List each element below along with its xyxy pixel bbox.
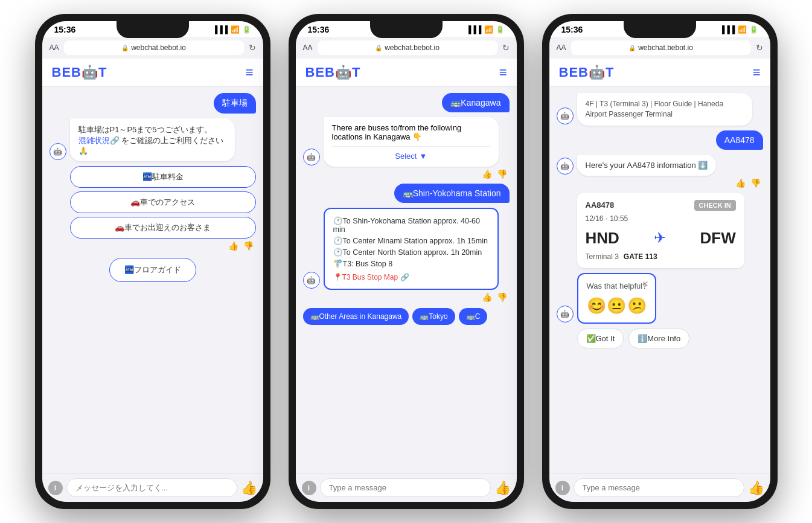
select-label: Select: [395, 152, 417, 161]
status-time-1: 15:36: [54, 25, 76, 34]
lock-icon-2: 🔒: [375, 45, 382, 51]
bot-avatar-3a: 🤖: [557, 107, 574, 124]
emoji-sad[interactable]: 😕: [627, 297, 647, 315]
wifi-icon: 📶: [231, 25, 240, 34]
browser-url-1: webchat.bebot.io: [131, 43, 186, 52]
chat-area-3: 🤖 4F | T3 (Terminal 3) | Floor Guide | H…: [549, 87, 770, 473]
flight-card: AA8478 CHECK IN 12/16 - 10:55 HND ✈ DFW …: [577, 193, 744, 268]
feedback-card-title: Was that helpful?: [587, 281, 647, 290]
reload-icon-3[interactable]: ↻: [756, 43, 763, 53]
user-shinyokohama-row: 🚌Shin-Yokohama Station: [303, 184, 510, 203]
app-header-1: BEB🤖T ≡: [42, 59, 263, 87]
thumbs-up-feedback[interactable]: 👍: [228, 241, 238, 251]
bot-avatar-2b: 🤖: [303, 272, 320, 289]
thumbs-up-2[interactable]: 👍: [482, 169, 492, 179]
h-btn-kanagawa[interactable]: 🚌Other Areas in Kanagawa: [303, 308, 409, 325]
thumbs-up-3[interactable]: 👍: [735, 178, 746, 188]
bus-info-line-1: 🕐To Shin-Yokohama Station approx. 40-60 …: [333, 216, 490, 234]
thumbs-up-btn-2[interactable]: 👍: [494, 480, 511, 496]
thumbs-down-3[interactable]: 👎: [750, 178, 761, 188]
flight-card-wrapper: AA8478 CHECK IN 12/16 - 10:55 HND ✈ DFW …: [577, 193, 763, 268]
status-bar-1: 15:36 ▐▐▐ 📶 🔋: [42, 21, 263, 37]
floor-guide-btn[interactable]: 🏧フロアガイド: [109, 258, 196, 282]
qr-car-pickup[interactable]: 🚗車でお出迎えのお客さま: [70, 217, 256, 239]
feedback-card: ✕ Was that helpful? 😊 😐 😕: [577, 273, 657, 324]
user-aa8478-bubble: AA8478: [716, 130, 763, 150]
bot-select-bubble: There are buses to/from the following lo…: [324, 117, 499, 167]
signal-icon-2: ▐▐▐: [466, 25, 482, 34]
bot-flight-text: Here's your AA8478 information ⬇️: [586, 161, 708, 170]
qr-car-access[interactable]: 🚗車でのアクセス: [70, 191, 256, 213]
map-link[interactable]: 📍T3 Bus Stop Map 🔗: [333, 273, 490, 281]
info-btn-1[interactable]: i: [48, 481, 63, 495]
browser-url-container-2[interactable]: 🔒 webchat.bebot.io: [318, 40, 497, 55]
text-input-2[interactable]: [320, 478, 491, 497]
input-bar-3: i 👍: [549, 473, 770, 502]
feedback-row-1: 👍 👎: [50, 241, 256, 251]
hamburger-menu-1[interactable]: ≡: [246, 65, 254, 80]
battery-icon: 🔋: [242, 25, 251, 34]
status-icons-3: ▐▐▐ 📶 🔋: [720, 25, 758, 34]
text-input-1[interactable]: [66, 478, 237, 497]
close-feedback-btn[interactable]: ✕: [642, 279, 649, 289]
emoji-neutral[interactable]: 😐: [607, 297, 626, 315]
origin-code: HND: [586, 229, 619, 248]
thumbs-down-2b[interactable]: 👎: [497, 292, 507, 302]
more-info-btn[interactable]: ℹ️More Info: [628, 329, 689, 348]
hamburger-menu-3[interactable]: ≡: [753, 65, 761, 80]
flight-footer: Terminal 3 GATE 113: [586, 252, 736, 261]
terminal-label: Terminal 3: [586, 252, 619, 261]
app-header-2: BEB🤖T ≡: [296, 59, 517, 87]
thumbs-up-2b[interactable]: 👍: [482, 292, 492, 302]
info-btn-2[interactable]: i: [302, 481, 316, 495]
bot-avatar-3c: 🤖: [557, 306, 574, 322]
wifi-icon-3: 📶: [738, 25, 747, 34]
app-header-3: BEB🤖T ≡: [549, 59, 770, 87]
bebot-logo-2: BEB🤖T: [305, 65, 361, 80]
thumbs-up-btn-1[interactable]: 👍: [241, 480, 257, 496]
h-btn-tokyo[interactable]: 🚌Tokyo: [412, 308, 455, 325]
lock-icon-1: 🔒: [121, 45, 129, 51]
status-icons-1: ▐▐▐ 📶 🔋: [213, 25, 251, 34]
info-btn-3[interactable]: i: [555, 481, 570, 495]
quick-replies-1: 🏧駐車料金 🚗車でのアクセス 🚗車でお出迎えのお客さま: [70, 166, 256, 239]
browser-bar-3: AA 🔒 webchat.bebot.io ↻: [549, 37, 770, 59]
status-icons-2: ▐▐▐ 📶 🔋: [466, 25, 505, 34]
browser-bar-2: AA 🔒 webchat.bebot.io ↻: [296, 37, 517, 59]
browser-aa-2: AA: [303, 43, 313, 52]
reload-icon-2[interactable]: ↻: [502, 43, 510, 53]
thumbs-up-btn-3[interactable]: 👍: [748, 480, 764, 496]
checkin-badge[interactable]: CHECK IN: [694, 200, 736, 211]
thumbs-down-2[interactable]: 👎: [497, 169, 507, 179]
battery-icon-2: 🔋: [496, 25, 505, 34]
bus-info-line-3: 🕐To Center North Station approx. 1h 20mi…: [333, 248, 490, 257]
hamburger-menu-2[interactable]: ≡: [499, 65, 507, 80]
status-bar-2: 15:36 ▐▐▐ 📶 🔋: [296, 21, 517, 37]
action-buttons-3: ✅Got It ℹ️More Info: [577, 329, 763, 348]
feedback-card-row: 🤖 ✕ Was that helpful? 😊 😐 😕: [557, 273, 763, 324]
phone-2: 15:36 ▐▐▐ 📶 🔋 AA 🔒 webchat.bebot.io ↻ BE…: [289, 14, 524, 509]
phone-1: 15:36 ▐▐▐ 📶 🔋 AA 🔒 webchat.bebot.io ↻ BE…: [35, 14, 270, 509]
select-dropdown[interactable]: Select ▼: [332, 146, 491, 161]
bot-flightinfo-bubble: Here's your AA8478 information ⬇️: [577, 155, 717, 176]
thumbs-down-feedback[interactable]: 👎: [243, 241, 254, 251]
lock-icon-3: 🔒: [628, 45, 636, 51]
got-it-btn[interactable]: ✅Got It: [577, 329, 624, 348]
signal-icon: ▐▐▐: [213, 25, 228, 34]
h-btn-c[interactable]: 🚌C: [459, 308, 488, 325]
text-input-3[interactable]: [574, 478, 744, 497]
emoji-happy[interactable]: 😊: [587, 297, 606, 315]
gate-badge: GATE 113: [624, 252, 657, 261]
battery-icon-3: 🔋: [749, 25, 758, 34]
qr-parking-fee[interactable]: 🏧駐車料金: [70, 166, 256, 188]
browser-url-2: webchat.bebot.io: [385, 43, 440, 52]
user-bubble-1: 駐車場: [214, 93, 256, 114]
bot-avatar-3b: 🤖: [557, 158, 574, 175]
browser-url-container-1[interactable]: 🔒 webchat.bebot.io: [64, 40, 244, 55]
link-congestion[interactable]: 混雑状況🔗: [78, 136, 120, 145]
phone-3: 15:36 ▐▐▐ 📶 🔋 AA 🔒 webchat.bebot.io ↻ BE…: [542, 14, 778, 509]
wifi-icon-2: 📶: [484, 25, 493, 34]
reload-icon-1[interactable]: ↻: [249, 43, 256, 53]
browser-url-container-3[interactable]: 🔒 webchat.bebot.io: [571, 40, 751, 55]
bot-select-row: 🤖 There are buses to/from the following …: [303, 117, 510, 167]
